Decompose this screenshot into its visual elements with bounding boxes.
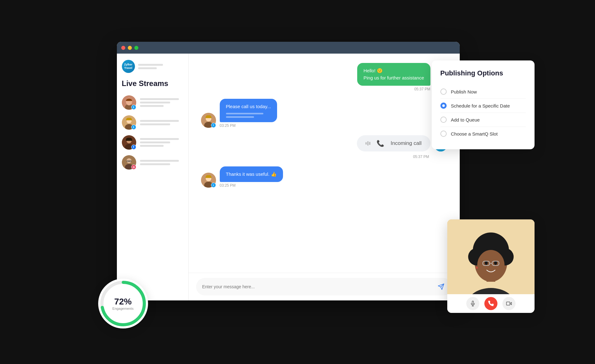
list-item[interactable]: ◎ xyxy=(122,155,183,170)
chat-messages: Hello! 🙂Ping us for further assistance 0… xyxy=(189,54,460,273)
minimize-button[interactable] xyxy=(128,46,132,50)
message-bubble: Hello! 🙂Ping us for further assistance xyxy=(357,63,430,86)
send-button[interactable] xyxy=(436,282,446,292)
stream-list: t xyxy=(122,95,183,170)
mute-button[interactable] xyxy=(466,297,479,310)
message-bubble: Please call us today... xyxy=(220,99,277,122)
add-to-queue-radio[interactable] xyxy=(440,117,447,123)
message-time: 03:25 PM xyxy=(220,183,283,188)
call-notification-row: 📞 Incoming call Zylker Travel xyxy=(201,135,447,159)
incoming-message: t Thanks it was useful. 👍 03:25 PM xyxy=(201,166,447,188)
svg-marker-46 xyxy=(510,302,511,305)
publishing-options-card: Publishing Options Publish Now Schedule … xyxy=(432,60,535,149)
video-toggle-button[interactable] xyxy=(502,297,516,310)
incoming-call-text: Incoming call xyxy=(391,140,421,146)
chat-area: Hello! 🙂Ping us for further assistance 0… xyxy=(189,54,460,300)
chat-input-area xyxy=(189,273,460,300)
video-controls xyxy=(447,294,535,313)
schedule-option[interactable]: Schedule for a Specific Date xyxy=(440,99,526,113)
message-bubble: Thanks it was useful. 👍 xyxy=(220,166,283,182)
call-bubble: 📞 Incoming call xyxy=(357,135,430,151)
call-time: 05:37 PM xyxy=(413,155,429,159)
twitter-badge: t xyxy=(211,183,216,188)
add-to-queue-option[interactable]: Add to Queue xyxy=(440,113,526,127)
logo-area: ZylkerTravel xyxy=(122,60,183,73)
outgoing-message: Hello! 🙂Ping us for further assistance 0… xyxy=(201,63,447,91)
sidebar-title: Live Streams xyxy=(122,79,183,88)
message-time: 03:25 PM xyxy=(220,123,277,128)
video-call-card xyxy=(447,219,535,313)
smartq-radio[interactable] xyxy=(440,131,447,137)
schedule-label: Schedule for a Specific Date xyxy=(451,103,510,108)
brand-logo: ZylkerTravel xyxy=(122,60,135,73)
svg-point-37 xyxy=(477,250,505,281)
publish-now-option[interactable]: Publish Now xyxy=(440,85,526,99)
smartq-label: Choose a SmartQ Slot xyxy=(451,131,498,136)
end-call-button[interactable] xyxy=(484,297,497,310)
close-button[interactable] xyxy=(121,46,125,50)
maximize-button[interactable] xyxy=(134,46,138,50)
browser-window: ZylkerTravel Live Streams xyxy=(117,42,460,300)
publishing-title: Publishing Options xyxy=(440,69,526,77)
twitter-badge: t xyxy=(131,125,136,130)
browser-titlebar xyxy=(117,42,460,54)
svg-rect-47 xyxy=(506,302,510,305)
engagement-widget: 72% Engagements xyxy=(98,279,148,328)
facebook-badge: f xyxy=(131,145,136,150)
sidebar: ZylkerTravel Live Streams xyxy=(117,54,189,300)
publish-now-radio[interactable] xyxy=(440,89,447,95)
svg-point-43 xyxy=(476,267,478,269)
instagram-badge: ◎ xyxy=(131,165,136,170)
message-time: 05:37 PM xyxy=(357,87,430,91)
schedule-radio[interactable] xyxy=(440,103,447,109)
message-input[interactable] xyxy=(202,284,432,289)
add-to-queue-label: Add to Queue xyxy=(451,117,480,122)
phone-icon: 📞 xyxy=(377,140,384,147)
svg-point-11 xyxy=(127,158,132,163)
list-item[interactable]: t xyxy=(122,115,183,130)
svg-point-38 xyxy=(485,261,488,265)
video-person-area xyxy=(447,219,535,294)
smartq-option[interactable]: Choose a SmartQ Slot xyxy=(440,127,526,141)
twitter-badge: t xyxy=(131,105,136,110)
svg-point-39 xyxy=(494,261,497,265)
incoming-message: t Please call us today... 03:25 PM xyxy=(201,99,447,128)
list-item[interactable]: t xyxy=(122,95,183,110)
twitter-badge: t xyxy=(211,123,216,128)
publish-now-label: Publish Now xyxy=(451,89,477,94)
list-item[interactable]: f xyxy=(122,135,183,150)
